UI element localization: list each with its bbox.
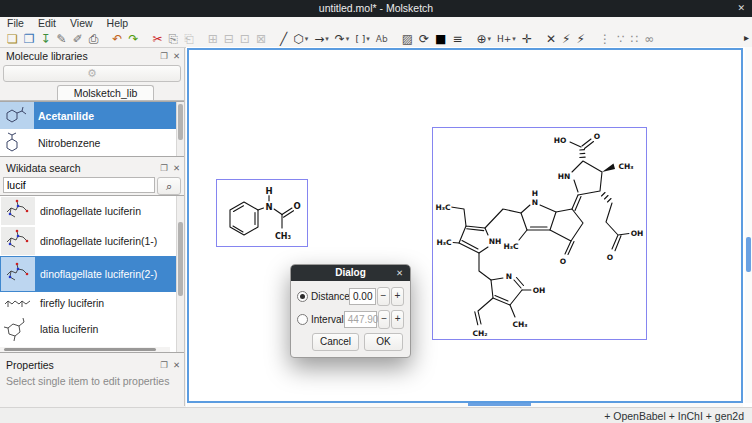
float-panel-icon[interactable]: ❐ <box>160 51 168 61</box>
copy-button[interactable]: ⎘ <box>167 31 181 47</box>
dropdown-arrow-icon[interactable]: ▾ <box>346 35 350 43</box>
search-input[interactable] <box>3 177 155 193</box>
menu-view[interactable]: View <box>63 17 100 30</box>
distance-decrement-button[interactable]: − <box>377 287 390 306</box>
close-panel-icon[interactable]: ✕ <box>173 51 180 61</box>
wikidata-hscrollbar[interactable] <box>0 347 170 352</box>
clean-structure-tool[interactable]: ⚡ <box>574 31 586 47</box>
refresh-libraries-button[interactable]: ⚙ <box>3 65 181 82</box>
align-tool-2[interactable]: ∵ <box>615 31 627 47</box>
canvas-vscrollbar[interactable] <box>745 47 752 403</box>
library-item-1[interactable]: Nitrobenzene <box>0 129 184 156</box>
wikidata-scrollbar[interactable] <box>176 196 184 352</box>
scrollbar-thumb[interactable] <box>4 348 156 351</box>
scrollbar-thumb[interactable] <box>178 222 183 296</box>
status-bar: + OpenBabel + InChI + gen2d <box>0 407 752 423</box>
close-panel-icon[interactable]: ✕ <box>173 360 180 370</box>
dropdown-arrow-icon[interactable]: ▾ <box>488 35 492 43</box>
close-panel-icon[interactable]: ✕ <box>173 163 180 173</box>
library-tab-bar: Molsketch_lib <box>0 85 184 101</box>
drawing-canvas[interactable]: H N O CH₃ <box>187 48 743 403</box>
interval-value-input[interactable]: 447.90 <box>344 311 377 328</box>
mask-tool-icon: ▨ <box>402 31 413 47</box>
menu-edit[interactable]: Edit <box>31 17 63 30</box>
wikidata-item-1[interactable]: dinoflagellate luciferin(1-) <box>0 226 184 256</box>
bracket-tool[interactable]: [ ]▾ <box>353 31 371 47</box>
save-as-button[interactable]: ✎ <box>55 31 69 47</box>
dialog-title-bar[interactable]: Dialog ✕ <box>291 265 410 281</box>
atom-label: N <box>532 198 538 207</box>
charge-tool[interactable]: ⊕▾ <box>474 31 493 47</box>
ok-button[interactable]: OK <box>364 333 403 351</box>
zoom-fit-button[interactable]: ⊠ <box>254 31 268 47</box>
interval-decrement-button[interactable]: − <box>378 310 391 329</box>
atom-label: OH <box>631 229 644 238</box>
library-scrollbar[interactable] <box>176 102 184 156</box>
wikidata-item-4[interactable]: latia luciferin <box>0 314 184 344</box>
distance-radio[interactable] <box>297 291 308 302</box>
dropdown-arrow-icon[interactable]: ▾ <box>325 35 329 43</box>
paste-button[interactable]: ⎗ <box>182 31 196 47</box>
dropdown-arrow-icon[interactable]: ▾ <box>305 35 309 43</box>
wikidata-item-3[interactable]: firefly luciferin <box>0 292 184 314</box>
print-button[interactable]: ⎙ <box>87 31 101 47</box>
line-width-button[interactable]: ≡ <box>450 31 464 47</box>
atom-label: OH <box>533 286 546 295</box>
float-panel-icon[interactable]: ❐ <box>160 360 168 370</box>
dialog-title: Dialog <box>335 267 366 278</box>
search-button[interactable]: ⌕ <box>157 177 181 195</box>
mask-tool[interactable]: ▨ <box>400 31 415 47</box>
tab-molsketch-lib[interactable]: Molsketch_lib <box>57 85 154 100</box>
dropdown-arrow-icon[interactable]: ▾ <box>366 35 370 43</box>
wikidata-item-2[interactable]: dinoflagellate luciferin(2-) <box>0 256 184 292</box>
scrollbar-thumb[interactable] <box>178 104 183 140</box>
menu-file[interactable]: File <box>0 17 31 30</box>
distance-value-input[interactable]: 0.00 <box>349 288 376 305</box>
scrollbar-thumb[interactable] <box>468 403 531 406</box>
float-panel-icon[interactable]: ❐ <box>160 163 168 173</box>
cut-button[interactable]: ✂ <box>150 31 164 47</box>
open-file-button-icon: ❐ <box>24 31 35 47</box>
dialog-window[interactable]: Dialog ✕ Distance 0.00 − + Interval 447.… <box>290 264 411 358</box>
undo-button[interactable]: ↶ <box>110 31 124 47</box>
dropdown-arrow-icon[interactable]: ▾ <box>512 35 516 43</box>
zoom-reset-button[interactable]: ⊡ <box>238 31 252 47</box>
molecule-luciferin[interactable]: HO O CH₃ HN H₃C H N H₃C NH H₃C O OH O N … <box>432 127 647 340</box>
optimize-structure-tool[interactable]: ⚡ <box>560 31 572 47</box>
atom-label: H₃C <box>436 238 452 247</box>
dialog-close-icon[interactable]: ✕ <box>396 265 403 281</box>
save-button[interactable]: ↧ <box>39 31 53 47</box>
new-file-button[interactable]: ❏ <box>5 31 20 47</box>
menu-help[interactable]: Help <box>100 17 136 30</box>
reaction-arrow-tool[interactable]: →▾ <box>312 31 331 47</box>
atom-label: HN <box>558 172 571 181</box>
library-item-0[interactable]: Acetanilide <box>0 102 184 129</box>
text-tool[interactable]: Ab <box>374 31 390 47</box>
hydrogen-tool[interactable]: H+▾ <box>495 31 518 47</box>
distance-increment-button[interactable]: + <box>391 287 404 306</box>
open-file-button[interactable]: ❐ <box>22 31 37 47</box>
toolbar-overflow-icon[interactable]: ▸ <box>744 32 749 43</box>
redo-button[interactable]: ↷ <box>126 31 140 47</box>
line-width-button-icon: ≡ <box>452 31 462 47</box>
wikidata-item-0[interactable]: dinoflagellate luciferin <box>0 196 184 226</box>
align-tool-4[interactable]: ∞ <box>642 31 656 47</box>
interval-radio[interactable] <box>297 314 308 325</box>
export-button[interactable]: ✐ <box>71 31 85 47</box>
connect-tool[interactable]: ✛ <box>520 31 534 47</box>
draw-bond-tool[interactable]: ╱ <box>278 31 289 47</box>
window-close-icon[interactable]: ✕ <box>737 0 745 17</box>
zoom-out-button[interactable]: ⊟ <box>222 31 236 47</box>
rotate-tool[interactable]: ⟳ <box>417 31 431 47</box>
molecule-acetanilide[interactable]: H N O CH₃ <box>216 179 308 247</box>
align-tool-3[interactable]: ∷ <box>629 31 641 47</box>
delete-tool[interactable]: ✕ <box>544 31 558 47</box>
scrollbar-thumb[interactable] <box>746 237 751 272</box>
ring-tool[interactable]: ⬡▾ <box>291 31 310 47</box>
zoom-in-button[interactable]: ⊞ <box>206 31 220 47</box>
cancel-button[interactable]: Cancel <box>312 333 359 351</box>
mechanism-arrow-tool[interactable]: ↷▾ <box>333 31 352 47</box>
align-tool-1[interactable]: ⋮ <box>597 31 613 47</box>
interval-increment-button[interactable]: + <box>391 310 404 329</box>
color-swatch-button[interactable]: ■ <box>433 31 448 47</box>
